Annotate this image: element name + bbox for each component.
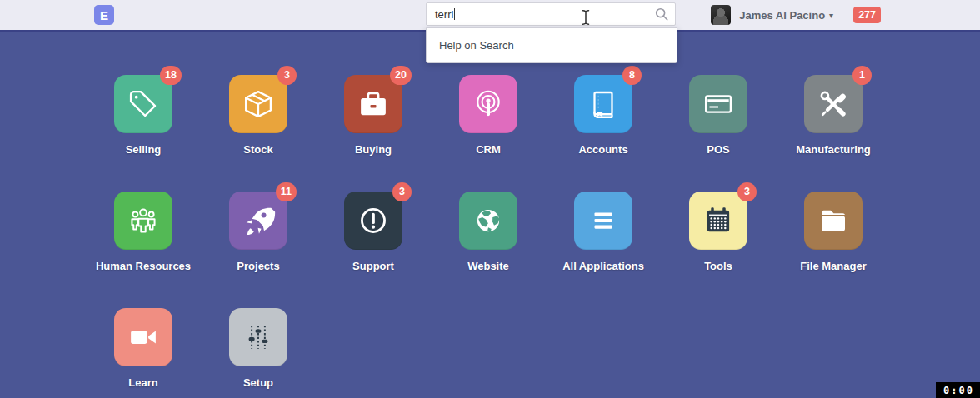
module-tile-manufacturing[interactable]: 1 Manufacturing bbox=[776, 75, 891, 192]
search-icon[interactable] bbox=[654, 7, 669, 22]
desk-area: 18 Selling 3 Stock 20 Buying CRM 8 Accou… bbox=[0, 32, 980, 398]
module-count-badge: 8 bbox=[622, 66, 642, 85]
briefcase-icon bbox=[356, 87, 391, 122]
people-group-icon bbox=[126, 203, 161, 238]
module-label: CRM bbox=[476, 143, 501, 156]
erpnext-desk: E terri James Al Pacino ▾ 277 Help on Se… bbox=[0, 0, 980, 398]
navbar-right: James Al Pacino ▾ 277 bbox=[711, 0, 881, 30]
search-suggestions-dropdown: Help on Search bbox=[426, 27, 678, 63]
module-tile-learn[interactable]: Learn bbox=[86, 308, 201, 398]
rocket-icon bbox=[241, 203, 276, 238]
module-count-badge: 3 bbox=[392, 182, 412, 201]
notification-count-badge[interactable]: 277 bbox=[853, 7, 881, 23]
module-tile-support[interactable]: 3 Support bbox=[316, 192, 431, 308]
module-label: Setup bbox=[243, 376, 273, 389]
module-label: File Manager bbox=[800, 260, 866, 272]
module-tile-stock[interactable]: 3 Stock bbox=[201, 75, 316, 192]
module-count-badge: 20 bbox=[390, 66, 412, 85]
module-count-badge: 11 bbox=[276, 182, 297, 201]
module-tile-projects[interactable]: 11 Projects bbox=[201, 192, 316, 308]
tag-icon bbox=[126, 87, 161, 122]
globe-icon bbox=[471, 203, 506, 238]
folder-icon bbox=[816, 203, 851, 238]
module-tile-buying[interactable]: 20 Buying bbox=[316, 75, 431, 192]
module-label: Selling bbox=[126, 143, 162, 156]
credit-card-icon bbox=[701, 87, 736, 122]
module-label: Human Resources bbox=[96, 260, 191, 272]
module-label: Website bbox=[468, 260, 509, 272]
calendar-icon bbox=[701, 203, 736, 238]
module-count-badge: 3 bbox=[278, 66, 297, 85]
module-label: Manufacturing bbox=[796, 143, 871, 156]
broadcast-person-icon bbox=[471, 87, 506, 122]
sliders-icon bbox=[241, 320, 276, 355]
module-count-badge: 3 bbox=[738, 182, 757, 201]
user-name: James Al Pacino bbox=[739, 9, 825, 22]
module-label: Accounts bbox=[578, 143, 628, 156]
module-tile-pos[interactable]: POS bbox=[661, 75, 776, 192]
menu-bars-icon bbox=[586, 203, 621, 238]
ledger-book-icon bbox=[586, 87, 621, 122]
module-label: Projects bbox=[237, 260, 279, 272]
app-logo[interactable]: E bbox=[94, 5, 114, 25]
chevron-down-icon: ▾ bbox=[829, 11, 833, 20]
module-label: Stock bbox=[243, 143, 272, 156]
module-grid: 18 Selling 3 Stock 20 Buying CRM 8 Accou… bbox=[86, 75, 980, 398]
app-logo-letter: E bbox=[100, 8, 108, 22]
module-label: Learn bbox=[128, 376, 158, 389]
module-tile-crm[interactable]: CRM bbox=[431, 75, 546, 192]
text-caret bbox=[454, 8, 455, 20]
module-tile-selling[interactable]: 18 Selling bbox=[86, 75, 201, 192]
module-tile-website[interactable]: Website bbox=[431, 192, 546, 308]
alert-circle-icon bbox=[356, 203, 391, 238]
module-label: Buying bbox=[355, 143, 392, 156]
search-suggestion-help-on-search[interactable]: Help on Search bbox=[427, 28, 677, 62]
search-input-value: terri bbox=[435, 8, 453, 21]
recording-timer-overlay: 0:00 bbox=[936, 382, 980, 398]
module-count-badge: 1 bbox=[852, 66, 872, 85]
module-tile-file-manager[interactable]: File Manager bbox=[776, 192, 891, 308]
module-label: All Applications bbox=[562, 260, 644, 272]
video-camera-icon bbox=[126, 320, 161, 355]
module-tile-setup[interactable]: Setup bbox=[201, 308, 316, 398]
global-search-input[interactable]: terri bbox=[426, 2, 676, 26]
user-menu[interactable]: James Al Pacino ▾ bbox=[739, 9, 833, 22]
user-avatar[interactable] bbox=[711, 5, 731, 25]
module-label: Support bbox=[352, 260, 394, 272]
module-label: Tools bbox=[704, 260, 732, 272]
module-tile-all-applications[interactable]: All Applications bbox=[546, 192, 661, 308]
module-tile-human-resources[interactable]: Human Resources bbox=[86, 192, 201, 308]
box-icon bbox=[241, 87, 276, 122]
tools-crossed-icon bbox=[816, 87, 851, 122]
module-tile-tools[interactable]: 3 Tools bbox=[661, 192, 776, 308]
module-tile-accounts[interactable]: 8 Accounts bbox=[546, 75, 661, 192]
module-count-badge: 18 bbox=[160, 66, 182, 85]
module-label: POS bbox=[707, 143, 729, 156]
